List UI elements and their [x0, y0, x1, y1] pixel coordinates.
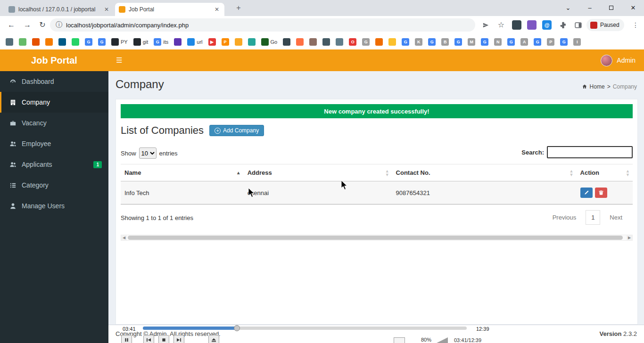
bookmark-item[interactable] — [32, 38, 40, 46]
player-seekbar[interactable] — [143, 327, 467, 330]
sidebar-label: Manage Users — [22, 202, 65, 210]
breadcrumb-home-link[interactable]: Home — [590, 83, 605, 90]
sidebar-item-dashboard[interactable]: Dashboard — [0, 71, 108, 92]
scroll-right-arrow[interactable]: ▶ — [627, 235, 632, 240]
pagination-previous[interactable]: Previous — [546, 210, 583, 225]
bookmark-item[interactable]: G — [481, 38, 488, 46]
user-menu[interactable]: Admin — [601, 49, 636, 71]
sidebar-toggle-hamburger-icon[interactable]: ☰ — [108, 49, 130, 71]
sidebar-item-vacancy[interactable]: Vacancy — [0, 113, 108, 133]
bookmark-item[interactable]: G — [402, 38, 409, 46]
bookmark-item[interactable]: Go — [261, 38, 278, 46]
bookmark-item[interactable] — [322, 38, 330, 46]
player-eject-button[interactable] — [208, 335, 219, 343]
player-pause-button[interactable] — [121, 335, 132, 343]
bookmark-item[interactable] — [336, 38, 343, 46]
bookmark-item[interactable]: P — [547, 38, 554, 46]
extensions-puzzle-icon[interactable] — [558, 20, 568, 30]
bookmark-item[interactable] — [248, 38, 256, 46]
bookmark-item[interactable]: A — [520, 38, 528, 46]
pagination-next[interactable]: Next — [603, 210, 629, 225]
sync-paused-badge[interactable]: Paused — [586, 19, 624, 31]
bookmark-item[interactable]: B — [441, 38, 449, 46]
extension-icon-3[interactable]: @ — [542, 20, 552, 30]
browser-tab-1[interactable]: localhost / 127.0.0.1 / jobportal ✕ — [5, 3, 114, 16]
app-brand[interactable]: Job Portal — [0, 49, 108, 71]
sidebar-item-manage-users[interactable]: Manage Users — [0, 196, 108, 216]
bookmark-item[interactable] — [309, 38, 317, 46]
bookmark-item[interactable]: git — [133, 38, 149, 46]
bookmark-item[interactable] — [235, 38, 242, 46]
bookmark-item[interactable]: G — [362, 38, 370, 46]
bookmark-item[interactable]: M — [468, 38, 475, 46]
player-speed-box[interactable] — [394, 337, 405, 343]
side-panel-icon[interactable] — [573, 20, 583, 30]
search-input[interactable] — [547, 146, 633, 158]
bookmark-item[interactable] — [45, 38, 53, 46]
bookmark-item[interactable]: Gits — [154, 38, 168, 46]
forward-button[interactable]: → — [21, 18, 34, 32]
column-header-address[interactable]: Address ▲▼ — [244, 164, 392, 181]
bookmark-item[interactable] — [6, 38, 13, 46]
reload-button[interactable]: ↻ — [36, 18, 49, 32]
bookmark-item[interactable]: G — [560, 38, 568, 46]
window-maximize-button[interactable] — [604, 3, 618, 13]
browser-tab-2[interactable]: Job Portal ✕ — [115, 3, 224, 16]
bookmark-item[interactable]: G — [85, 38, 92, 46]
window-close-button[interactable]: ✕ — [627, 3, 640, 13]
bookmark-item[interactable]: K — [415, 38, 422, 46]
pencil-icon — [584, 190, 589, 196]
bookmark-item[interactable]: G — [534, 38, 541, 46]
bookmark-item[interactable]: N — [494, 38, 502, 46]
bookmark-star-icon[interactable]: ☆ — [495, 18, 508, 32]
player-next-button[interactable] — [173, 335, 184, 343]
bookmark-item[interactable] — [72, 38, 79, 46]
bookmark-item[interactable] — [58, 38, 66, 46]
sidebar-item-applicants[interactable]: Applicants 1 — [0, 154, 108, 175]
edit-button[interactable] — [580, 188, 593, 198]
pagination-page-1[interactable]: 1 — [586, 210, 600, 225]
horizontal-scrollbar[interactable]: ◀ ▶ — [121, 235, 633, 241]
browser-menu-icon[interactable]: ⋮ — [631, 20, 640, 30]
new-tab-button[interactable]: + — [234, 4, 243, 13]
bookmark-item[interactable] — [174, 38, 182, 46]
extension-icon-2[interactable] — [527, 20, 537, 30]
bookmark-item[interactable]: I — [573, 38, 581, 46]
bookmark-item[interactable]: PY — [111, 38, 128, 46]
column-header-action[interactable]: Action ▲▼ — [577, 164, 633, 181]
tab-search-chevron-icon[interactable]: ⌄ — [561, 3, 575, 13]
player-previous-button[interactable] — [143, 335, 154, 343]
column-header-contact[interactable]: Contact No. ▲▼ — [392, 164, 577, 181]
bookmark-item[interactable]: P — [222, 38, 229, 46]
site-info-icon[interactable]: ⓘ — [56, 21, 62, 29]
bookmark-item[interactable]: G — [98, 38, 106, 46]
bookmark-item[interactable] — [296, 38, 304, 46]
scroll-left-arrow[interactable]: ◀ — [121, 235, 127, 240]
player-stop-button[interactable] — [158, 335, 169, 343]
bookmark-item[interactable]: url — [187, 38, 202, 46]
bookmark-item[interactable]: G — [507, 38, 515, 46]
sidebar-item-company[interactable]: Company — [0, 92, 108, 113]
scrollbar-thumb[interactable] — [128, 236, 623, 240]
bookmark-item[interactable]: G — [454, 38, 462, 46]
column-header-name[interactable]: Name ▲ — [121, 164, 244, 181]
bookmark-item[interactable]: G — [428, 38, 436, 46]
bookmark-item[interactable] — [375, 38, 383, 46]
back-button[interactable]: ← — [5, 18, 18, 32]
add-company-button[interactable]: + Add Company — [209, 125, 264, 136]
bookmark-item[interactable] — [283, 38, 290, 46]
bookmark-item[interactable] — [388, 38, 396, 46]
delete-button[interactable] — [595, 188, 607, 198]
tab1-close-icon[interactable]: ✕ — [103, 6, 110, 13]
bookmark-item[interactable]: ▶ — [208, 38, 216, 46]
sidebar-item-category[interactable]: Category — [0, 175, 108, 196]
share-icon[interactable] — [479, 18, 492, 32]
tab2-close-icon[interactable]: ✕ — [213, 6, 221, 13]
address-bar[interactable]: ⓘ localhost/jobportal/admin/company/inde… — [50, 18, 475, 32]
extension-icon-1[interactable] — [512, 20, 521, 30]
sidebar-item-employee[interactable]: Employee — [0, 133, 108, 154]
bookmark-item[interactable] — [19, 38, 26, 46]
bookmark-item[interactable]: O — [349, 38, 356, 46]
entries-select[interactable]: 10 — [139, 147, 157, 159]
window-minimize-button[interactable]: – — [583, 3, 596, 13]
